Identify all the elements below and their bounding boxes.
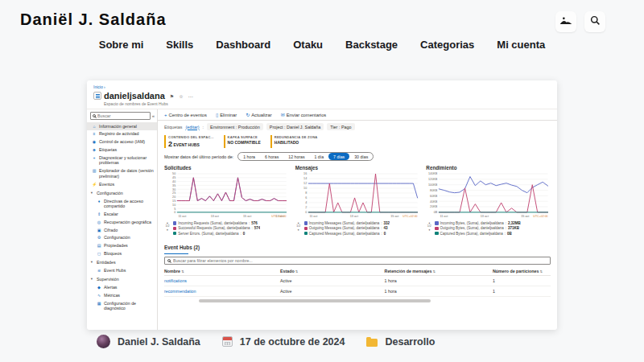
sidebar-item-label: Cifrado [104, 228, 118, 233]
pager-down-icon[interactable]: ▾ [298, 228, 299, 232]
sort-icon[interactable]: ⇅ [295, 269, 298, 274]
legend-pager[interactable]: ▴1/2▾ [164, 221, 171, 236]
horizontal-scrollbar[interactable] [199, 299, 431, 302]
tag-pill-environment-producci-n[interactable]: Environment : Producción [207, 123, 263, 130]
toolbar-centro-de-eventos[interactable]: +Centro de eventos [164, 113, 207, 117]
sidebar-item-diagnosticar-y-solucionar-problemas[interactable]: +Diagnosticar y solucionar problemas [87, 154, 157, 167]
legend-name: Outgoing Messages (Suma), danieljsaldana [309, 226, 379, 230]
nav-item-backstage[interactable]: Backstage [345, 39, 398, 51]
sidebar-item-eventos[interactable]: ⚡Eventos [87, 180, 157, 188]
time-option-12-horas[interactable]: 12 horas [283, 153, 309, 160]
badge-value: 2EVENT HUBS [168, 140, 214, 148]
encryption-icon: ▣ [97, 228, 101, 232]
tag-pill-project-daniel-j-salda-a[interactable]: Project : Daniel J. Saldaña [266, 123, 324, 130]
event-hub-name-link[interactable]: recommendation [164, 286, 280, 297]
event-hubs-filter-input[interactable] [173, 258, 547, 263]
sidebar-search-input[interactable] [97, 113, 148, 118]
post-screenshot-azure-portal[interactable]: Inicio › danieljsaldana ⚑ ☆ ⋯ Espacio de… [87, 80, 557, 330]
toolbar-eliminar[interactable]: ▯Eliminar [216, 112, 237, 117]
sidebar-item-entidades[interactable]: ▾Entidades [87, 259, 157, 267]
event-hubs-table: Nombre ⇅Estado ⇅Retención de mensajes ⇅N… [164, 267, 551, 297]
column-header-estado[interactable]: Estado ⇅ [280, 267, 385, 276]
legend-pager[interactable]: ▴1/2▾ [295, 221, 302, 236]
pager-down-icon[interactable]: ▾ [428, 228, 430, 232]
more-options-icon[interactable]: ⋯ [188, 93, 193, 99]
tag-pill-tier-pago[interactable]: Tier : Pago [327, 123, 354, 130]
toolbar-label: Enviar comentarios [287, 113, 327, 117]
sidebar-item-registro-de-actividad[interactable]: ≡Registro de actividad [87, 130, 157, 138]
sidebar-item-label: Configuración [104, 235, 130, 241]
pager-down-icon[interactable]: ▾ [167, 228, 168, 232]
time-option-7-d-as[interactable]: 7 días [328, 153, 349, 160]
favorite-star-icon[interactable]: ☆ [179, 93, 183, 99]
geo-recovery-icon: ◎ [97, 220, 101, 224]
legend-swatch [304, 232, 308, 235]
sidebar-item-supervisi-n[interactable]: ▾Supervisión [87, 276, 157, 284]
column-label: Estado [280, 269, 295, 274]
sidebar-item-directivas-de-acceso-compartido[interactable]: ♦Directivas de acceso compartido [87, 197, 157, 210]
tags-edit-link[interactable]: (editar) [185, 125, 199, 130]
event-hub-name-link[interactable]: notifications [164, 276, 280, 286]
author-name[interactable]: Daniel J. Saldaña [118, 336, 200, 348]
sidebar-item-configuraci-n[interactable]: ▾Configuración [87, 189, 157, 197]
sort-icon[interactable]: ⇅ [180, 269, 184, 274]
sidebar-item-explorador-de-datos-versi-n-preliminar[interactable]: ▥Explorador de datos (versión preliminar… [87, 167, 157, 180]
time-option-30-d-as[interactable]: 30 días [349, 153, 373, 160]
table-row[interactable]: notificationsActive1 hora1 [164, 276, 551, 286]
sidebar-item-recuperaci-n-geogr-fica[interactable]: ◎Recuperación geográfica [87, 218, 157, 226]
nav-item-dashboard[interactable]: Dashboard [216, 39, 270, 51]
sidebar-item-informaci-n-general[interactable]: ⌂Información general [87, 122, 157, 130]
column-header-retenci-n-de-mensajes[interactable]: Retención de mensajes ⇅ [385, 267, 493, 276]
search-button[interactable] [584, 11, 605, 32]
legend-item: Incoming Messages (Suma), danieljsaldana… [304, 221, 390, 225]
event-hubs-filter[interactable] [164, 257, 551, 265]
svg-text:13 oct: 13 oct [211, 215, 220, 218]
sidebar-item-etiquetas[interactable]: ◈Etiquetas [87, 146, 157, 154]
event-hubs-icon: ≋ [97, 268, 101, 273]
sidebar-item-bloqueos[interactable]: ◻Bloqueos [87, 249, 157, 257]
sidebar-item-cifrado[interactable]: ▣Cifrado [87, 226, 157, 234]
nav-item-skills[interactable]: Skills [166, 39, 193, 51]
namespace-subtitle: Espacio de nombres de Event Hubs [104, 101, 551, 106]
breadcrumb-separator: › [104, 84, 105, 89]
theme-toggle-button[interactable] [555, 11, 576, 32]
namespace-title: danieljsaldana [104, 91, 165, 101]
author-avatar[interactable] [97, 335, 110, 348]
sidebar-search[interactable] [90, 112, 151, 120]
svg-text:60KB: 60KB [430, 195, 438, 198]
time-option-1-hora[interactable]: 1 hora [238, 153, 260, 160]
refresh-icon: ↻ [246, 112, 250, 117]
nav-item-categorias[interactable]: Categorias [420, 39, 474, 51]
sort-icon[interactable]: ⇅ [539, 269, 542, 274]
sidebar-item-configuraci-n[interactable]: ⚙Configuración [87, 234, 157, 242]
nav-item-mi-cuenta[interactable]: Mi cuenta [497, 39, 545, 51]
toolbar-enviar-comentarios[interactable]: ✉Enviar comentarios [281, 112, 327, 117]
nav-item-sobre-mi[interactable]: Sobre mi [99, 39, 144, 51]
legend-pager[interactable]: ▴1/2▾ [426, 221, 432, 236]
time-option-6-horas[interactable]: 6 horas [260, 153, 283, 160]
sidebar-item-m-tricas[interactable]: ∿Métricas [87, 291, 157, 299]
sidebar-item-label: Event Hubs [104, 268, 126, 274]
svg-text:0B: 0B [434, 211, 438, 214]
sidebar-item-propiedades[interactable]: ▤Propiedades [87, 242, 157, 250]
svg-text:11 oct: 11 oct [309, 215, 318, 218]
sidebar-item-alertas[interactable]: ◆Alertas [87, 284, 157, 292]
column-header-nombre[interactable]: Nombre ⇅ [164, 267, 280, 276]
event-hubs-section: Event Hubs (2) Nombre ⇅Estado ⇅Retención… [158, 236, 557, 303]
time-option-1-d-a[interactable]: 1 día [310, 153, 329, 160]
site-logo[interactable]: Daniël J. Saldaña [20, 10, 167, 29]
sidebar-item-event-hubs[interactable]: ≋Event Hubs [87, 267, 157, 275]
sidebar-collapse-icon[interactable]: « [152, 113, 155, 118]
pin-icon[interactable]: ⚑ [170, 93, 174, 99]
table-row[interactable]: recommendationActive1 hora1 [164, 286, 551, 297]
sidebar-item-control-de-acceso-iam[interactable]: ◉Control de acceso (IAM) [87, 138, 157, 146]
post-category[interactable]: Desarrollo [385, 336, 435, 348]
sort-icon[interactable]: ⇅ [431, 269, 435, 274]
sidebar-item-escalar[interactable]: ⇕Escalar [87, 211, 157, 219]
column-header-n-mero-de-particiones[interactable]: Número de particiones ⇅ [493, 267, 551, 276]
svg-text:2: 2 [305, 206, 307, 209]
nav-item-otaku[interactable]: Otaku [293, 39, 323, 51]
toolbar-actualizar[interactable]: ↻Actualizar [246, 112, 271, 117]
sidebar-item-configuraci-n-de-diagn-stico[interactable]: ▦Configuración de diagnóstico [87, 299, 157, 312]
breadcrumb[interactable]: Inicio › [93, 84, 551, 89]
